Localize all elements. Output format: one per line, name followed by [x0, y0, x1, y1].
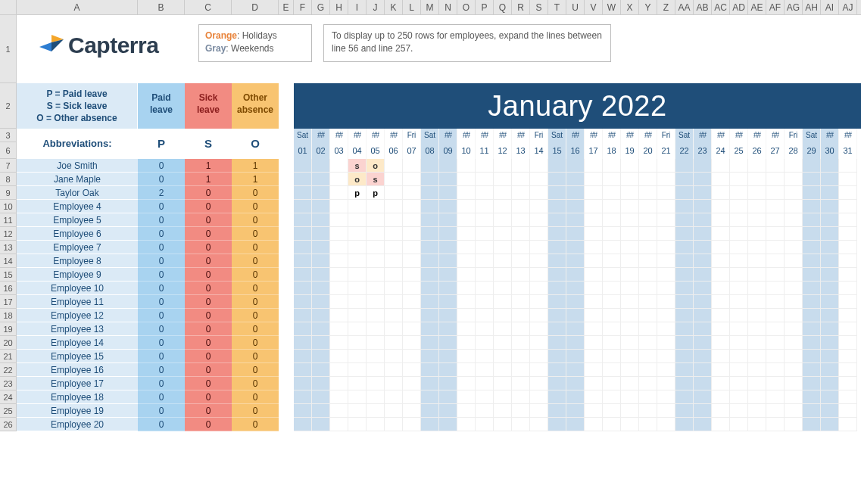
day-cell[interactable]	[585, 173, 603, 186]
day-cell[interactable]	[712, 295, 730, 309]
day-cell[interactable]	[821, 363, 839, 377]
day-cell[interactable]	[585, 213, 603, 227]
day-cell[interactable]	[639, 377, 657, 390]
day-cell[interactable]	[439, 227, 457, 241]
row-header-9[interactable]: 9	[0, 186, 17, 200]
day-cell[interactable]	[367, 254, 385, 268]
day-cell[interactable]	[585, 404, 603, 418]
day-cell[interactable]	[457, 254, 476, 268]
col-header-L[interactable]: L	[403, 0, 421, 14]
day-cell[interactable]	[785, 282, 803, 295]
day-cell[interactable]	[330, 268, 348, 282]
day-cell[interactable]	[294, 350, 312, 363]
day-cell[interactable]	[639, 282, 657, 295]
daynum-07[interactable]: 07	[403, 142, 421, 159]
day-cell[interactable]	[476, 336, 494, 350]
day-cell[interactable]	[839, 336, 857, 350]
day-cell[interactable]	[421, 336, 439, 350]
day-cell[interactable]	[603, 200, 621, 213]
day-cell[interactable]	[457, 200, 476, 213]
day-cell[interactable]	[639, 227, 657, 241]
day-cell[interactable]	[621, 200, 639, 213]
day-cell[interactable]	[367, 227, 385, 241]
day-cell[interactable]	[385, 336, 403, 350]
dow-10[interactable]: ##	[457, 129, 476, 142]
other-count[interactable]: 0	[232, 363, 279, 377]
day-cell[interactable]	[712, 418, 730, 431]
day-cell[interactable]	[694, 173, 712, 186]
day-cell[interactable]	[730, 241, 748, 254]
day-cell[interactable]	[403, 418, 421, 431]
day-cell[interactable]	[348, 282, 367, 295]
employee-name[interactable]: Employee 5	[17, 213, 138, 227]
dow-04[interactable]: ##	[348, 129, 367, 142]
other-count[interactable]: 0	[232, 309, 279, 322]
day-cell[interactable]	[439, 186, 457, 200]
day-cell[interactable]	[803, 363, 821, 377]
day-cell[interactable]	[330, 241, 348, 254]
day-cell[interactable]	[330, 350, 348, 363]
day-cell[interactable]	[548, 282, 566, 295]
day-cell[interactable]	[294, 404, 312, 418]
day-cell[interactable]	[421, 200, 439, 213]
day-cell[interactable]	[566, 213, 585, 227]
day-cell[interactable]	[603, 268, 621, 282]
day-cell[interactable]	[675, 336, 694, 350]
day-cell[interactable]	[294, 200, 312, 213]
col-header-O[interactable]: O	[457, 0, 476, 14]
day-cell[interactable]	[675, 282, 694, 295]
day-cell[interactable]	[657, 186, 675, 200]
day-cell[interactable]	[839, 295, 857, 309]
day-cell[interactable]	[730, 363, 748, 377]
day-cell[interactable]	[785, 418, 803, 431]
day-cell[interactable]	[421, 254, 439, 268]
day-cell[interactable]	[675, 350, 694, 363]
day-cell[interactable]	[712, 268, 730, 282]
day-cell[interactable]	[639, 309, 657, 322]
day-cell[interactable]	[330, 186, 348, 200]
day-cell[interactable]	[839, 213, 857, 227]
day-cell[interactable]	[821, 350, 839, 363]
day-cell[interactable]	[675, 159, 694, 173]
day-cell[interactable]	[748, 390, 766, 404]
day-cell[interactable]	[312, 295, 330, 309]
day-cell[interactable]: p	[348, 186, 367, 200]
day-cell[interactable]	[421, 404, 439, 418]
employee-name[interactable]: Employee 10	[17, 282, 138, 295]
day-cell[interactable]	[367, 363, 385, 377]
day-cell[interactable]	[730, 377, 748, 390]
day-cell[interactable]	[766, 336, 785, 350]
day-cell[interactable]	[803, 227, 821, 241]
day-cell[interactable]	[512, 377, 530, 390]
day-cell[interactable]	[821, 241, 839, 254]
dow-07[interactable]: Fri	[403, 129, 421, 142]
row-header-17[interactable]: 17	[0, 295, 17, 309]
row-header-14[interactable]: 14	[0, 254, 17, 268]
day-cell[interactable]	[312, 173, 330, 186]
day-cell[interactable]	[766, 213, 785, 227]
paid-count[interactable]: 0	[138, 377, 185, 390]
day-cell[interactable]	[839, 350, 857, 363]
day-cell[interactable]	[494, 309, 512, 322]
row-header-12[interactable]: 12	[0, 227, 17, 241]
day-cell[interactable]	[403, 390, 421, 404]
day-cell[interactable]	[730, 322, 748, 336]
day-cell[interactable]	[566, 159, 585, 173]
day-cell[interactable]	[476, 227, 494, 241]
day-cell[interactable]	[657, 363, 675, 377]
dow-02[interactable]: ##	[312, 129, 330, 142]
day-cell[interactable]	[712, 159, 730, 173]
day-cell[interactable]	[439, 268, 457, 282]
day-cell[interactable]	[312, 390, 330, 404]
day-cell[interactable]	[403, 377, 421, 390]
day-cell[interactable]	[803, 254, 821, 268]
day-cell[interactable]	[585, 390, 603, 404]
employee-name[interactable]: Employee 7	[17, 241, 138, 254]
paid-count[interactable]: 0	[138, 336, 185, 350]
day-cell[interactable]	[312, 186, 330, 200]
day-cell[interactable]	[730, 254, 748, 268]
day-cell[interactable]	[348, 268, 367, 282]
daynum-27[interactable]: 27	[766, 142, 785, 159]
col-header-U[interactable]: U	[566, 0, 585, 14]
dow-31[interactable]: ##	[839, 129, 857, 142]
